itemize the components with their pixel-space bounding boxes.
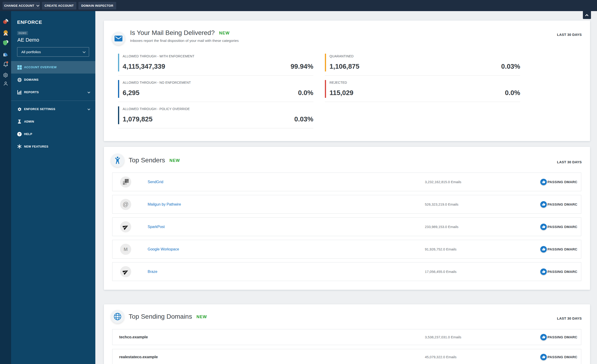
svg-text:?: ?	[18, 132, 21, 136]
